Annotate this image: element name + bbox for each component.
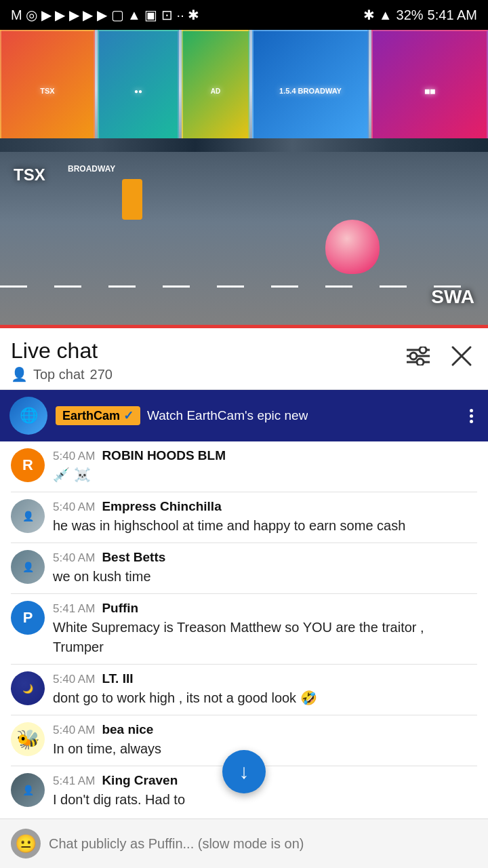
chat-message-4: P 5:41 AM Puffin White Supremacy is Trea… — [0, 594, 488, 664]
input-user-avatar: 😐 — [11, 829, 41, 859]
verified-checkmark: ✓ — [123, 408, 134, 423]
tsx-sign: TSX — [14, 165, 45, 184]
avatar-4: P — [11, 601, 45, 635]
msg-meta-4: 5:41 AM Puffin — [53, 601, 477, 616]
avatar-2: 👤 — [11, 499, 45, 533]
chat-header: Live chat 👤 Top chat 270 — [0, 328, 488, 390]
status-right: ✱ ▲ 32% 5:41 AM — [363, 7, 477, 23]
chat-input-field[interactable] — [49, 836, 477, 852]
msg-body-4: 5:41 AM Puffin White Supremacy is Treaso… — [53, 601, 477, 657]
msg-name-3: Best Betts — [102, 550, 165, 565]
avatar-7: 👤 — [11, 773, 45, 807]
broadway-sign: BROADWAY — [68, 164, 115, 174]
msg-text-2: he was in highschool at time and happy t… — [53, 516, 477, 536]
billboard-area: TSX ●● AD 1.5.4 BROADWAY ◼◼ — [0, 30, 488, 152]
dot2 — [470, 414, 473, 418]
svg-point-3 — [410, 353, 417, 359]
msg-body-3: 5:40 AM Best Betts we on kush time — [53, 550, 477, 587]
billboard-3: AD — [182, 30, 249, 152]
chat-header-right — [403, 340, 477, 372]
msg-text-6: In on time, always — [53, 739, 477, 759]
msg-body-2: 5:40 AM Empress Chinchilla he was in hig… — [53, 499, 477, 536]
msg-text-5: dont go to work high , its not a good lo… — [53, 688, 477, 708]
msg-time-2: 5:40 AM — [53, 500, 95, 514]
filter-sliders-icon — [407, 347, 430, 366]
msg-body-5: 5:40 AM LT. III dont go to work high , i… — [53, 671, 477, 708]
msg-body-1: 5:40 AM ROBIN HOODS BLM 💉 ☠️ — [53, 448, 477, 485]
avatar-6: 🐝 — [11, 722, 45, 756]
msg-time-3: 5:40 AM — [53, 551, 95, 565]
msg-meta-1: 5:40 AM ROBIN HOODS BLM — [53, 448, 477, 463]
msg-text-1: 💉 ☠️ — [53, 465, 477, 485]
svg-point-1 — [420, 347, 426, 353]
billboard-2: ●● — [98, 30, 179, 152]
dot1 — [470, 409, 473, 412]
chat-subtitle: 👤 Top chat 270 — [11, 366, 403, 382]
msg-name-6: bea nice — [102, 722, 153, 737]
billboard-5: ◼◼ — [371, 30, 488, 152]
top-chat-label[interactable]: Top chat — [33, 367, 85, 382]
msg-name-4: Puffin — [102, 601, 138, 616]
msg-name-5: LT. III — [102, 671, 133, 686]
msg-text-3: we on kush time — [53, 567, 477, 587]
avatar-1: R — [11, 448, 45, 482]
people-icon: 👤 — [11, 366, 28, 382]
earthcam-logo: 🌐 — [9, 397, 47, 435]
road-markings — [0, 285, 488, 288]
chat-message-3: 👤 5:40 AM Best Betts we on kush time — [0, 543, 488, 593]
msg-meta-6: 5:40 AM bea nice — [53, 722, 477, 737]
pinned-banner[interactable]: 🌐 EarthCam ✓ Watch EarthCam's epic new — [0, 390, 488, 441]
msg-time-7: 5:41 AM — [53, 774, 95, 788]
msg-time-6: 5:40 AM — [53, 724, 95, 737]
earthcam-logo-icon: 🌐 — [20, 407, 38, 425]
video-player[interactable]: TSX ●● AD 1.5.4 BROADWAY ◼◼ TSX BROADWAY… — [0, 30, 488, 328]
msg-meta-2: 5:40 AM Empress Chinchilla — [53, 499, 477, 514]
msg-meta-3: 5:40 AM Best Betts — [53, 550, 477, 565]
video-progress-bar[interactable] — [0, 325, 488, 328]
avatar-3: 👤 — [11, 550, 45, 584]
msg-name-2: Empress Chinchilla — [102, 499, 221, 514]
dot3 — [470, 420, 473, 423]
svg-point-5 — [417, 359, 424, 366]
chat-message-5: 🌙 5:40 AM LT. III dont go to work high ,… — [0, 665, 488, 715]
avatar-5: 🌙 — [11, 671, 45, 705]
chat-message-2: 👤 5:40 AM Empress Chinchilla he was in h… — [0, 492, 488, 542]
construction-equipment — [122, 179, 142, 220]
msg-body-6: 5:40 AM bea nice In on time, always — [53, 722, 477, 759]
status-left: M ◎ ▶ ▶ ▶ ▶ ▶ ▢ ▲ ▣ ⊡ ·· ✱ — [11, 7, 199, 23]
scroll-down-arrow-icon: ↓ — [239, 760, 249, 783]
billboard-1: TSX — [0, 30, 95, 152]
billboard-4: 1.5.4 BROADWAY — [252, 30, 369, 152]
wifi-icon: ▲ — [379, 7, 392, 23]
chat-input-bar: 😐 — [0, 818, 488, 868]
channel-name-badge: EarthCam ✓ — [56, 406, 140, 425]
banner-message: Watch EarthCam's epic new — [147, 408, 308, 423]
msg-name-7: King Craven — [102, 773, 178, 788]
video-frame: TSX ●● AD 1.5.4 BROADWAY ◼◼ TSX BROADWAY… — [0, 30, 488, 328]
swa-sign: SWA — [431, 286, 474, 308]
status-bar: M ◎ ▶ ▶ ▶ ▶ ▶ ▢ ▲ ▣ ⊡ ·· ✱ ✱ ▲ 32% 5:41 … — [0, 0, 488, 30]
msg-meta-5: 5:40 AM LT. III — [53, 671, 477, 686]
battery-percent: 32% — [396, 7, 424, 23]
notification-icons: M ◎ ▶ ▶ ▶ ▶ ▶ ▢ ▲ ▣ ⊡ ·· ✱ — [11, 7, 199, 23]
msg-body-7: 5:41 AM King Craven I don't dig rats. Ha… — [53, 773, 477, 810]
close-chat-button[interactable] — [446, 340, 477, 372]
user-avatar-icon: 😐 — [15, 833, 37, 854]
inflatable-decoration — [325, 220, 380, 274]
msg-text-7: I don't dig rats. Had to — [53, 790, 477, 810]
msg-time-4: 5:41 AM — [53, 602, 95, 616]
road-area — [0, 152, 488, 328]
msg-time-1: 5:40 AM — [53, 450, 95, 463]
banner-more-button[interactable] — [464, 406, 479, 426]
chat-message-1: R 5:40 AM ROBIN HOODS BLM 💉 ☠️ — [0, 441, 488, 492]
filter-button[interactable] — [403, 342, 434, 370]
bluetooth-icon: ✱ — [363, 7, 375, 23]
scroll-down-button[interactable]: ↓ — [222, 750, 266, 793]
close-icon — [450, 344, 473, 368]
banner-content: EarthCam ✓ Watch EarthCam's epic new — [56, 406, 456, 425]
msg-name-1: ROBIN HOODS BLM — [102, 448, 226, 463]
time-display: 5:41 AM — [428, 7, 477, 23]
msg-time-5: 5:40 AM — [53, 673, 95, 686]
viewer-count: 270 — [90, 367, 113, 382]
chat-title: Live chat — [11, 338, 403, 363]
